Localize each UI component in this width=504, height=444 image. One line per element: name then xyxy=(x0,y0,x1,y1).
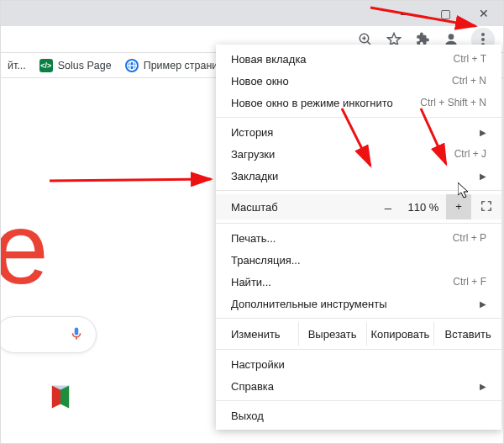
svg-line-18 xyxy=(50,179,211,181)
menu-downloads[interactable]: Загрузки Ctrl + J xyxy=(216,143,501,165)
menu-incognito[interactable]: Новое окно в режиме инкогнито Ctrl + Shi… xyxy=(216,92,501,114)
favicon-icon xyxy=(125,59,139,72)
menu-help[interactable]: Справка ▶ xyxy=(216,375,501,397)
edit-label: Изменить xyxy=(216,322,299,346)
svg-point-6 xyxy=(481,33,485,36)
svg-line-1 xyxy=(367,41,370,45)
maximize-button[interactable]: ▢ xyxy=(426,1,465,26)
google-logo-fragment: e xyxy=(0,190,49,306)
submenu-arrow-icon: ▶ xyxy=(480,128,486,137)
cursor-icon xyxy=(458,182,471,199)
submenu-arrow-icon: ▶ xyxy=(480,299,486,309)
menu-separator xyxy=(216,223,501,224)
minimize-button[interactable]: — xyxy=(387,1,426,26)
bookmark-label: йт... xyxy=(8,60,26,71)
menu-edit-row: Изменить Вырезать Копировать Вставить xyxy=(216,322,501,346)
menu-exit[interactable]: Выход xyxy=(216,404,501,426)
browser-main-menu: Новая вкладка Ctrl + T Новое окно Ctrl +… xyxy=(216,45,501,430)
submenu-arrow-icon: ▶ xyxy=(480,172,486,181)
svg-marker-4 xyxy=(388,33,401,45)
menu-separator xyxy=(216,400,501,401)
bookmark-label: Solus Page xyxy=(58,60,112,71)
menu-print[interactable]: Печать... Ctrl + P xyxy=(216,227,501,249)
favicon-icon: </> xyxy=(39,59,53,72)
zoom-value: 110 % xyxy=(401,201,446,214)
app-shortcut-icon[interactable] xyxy=(46,383,75,411)
menu-settings[interactable]: Настройки xyxy=(216,353,501,375)
menu-separator xyxy=(216,117,501,118)
voice-search-icon[interactable] xyxy=(69,326,84,344)
fullscreen-button[interactable] xyxy=(471,200,501,214)
bookmark-item-truncated[interactable]: йт... xyxy=(8,60,26,71)
edit-cut[interactable]: Вырезать xyxy=(299,322,367,346)
menu-separator xyxy=(216,318,501,319)
window-controls: — ▢ ✕ xyxy=(387,1,503,26)
close-button[interactable]: ✕ xyxy=(465,1,503,26)
menu-more-tools[interactable]: Дополнительные инструменты ▶ xyxy=(216,293,501,314)
zoom-label: Масштаб xyxy=(216,201,293,214)
svg-point-5 xyxy=(449,34,454,40)
svg-point-7 xyxy=(481,38,485,41)
menu-new-tab[interactable]: Новая вкладка Ctrl + T xyxy=(216,48,501,70)
bookmark-item-solus[interactable]: </> Solus Page xyxy=(39,59,112,72)
zoom-out-button[interactable]: – xyxy=(375,200,401,214)
search-box[interactable] xyxy=(0,316,97,353)
menu-find[interactable]: Найти... Ctrl + F xyxy=(216,271,501,293)
menu-new-window[interactable]: Новое окно Ctrl + N xyxy=(216,70,501,92)
menu-cast[interactable]: Трансляция... xyxy=(216,249,501,271)
submenu-arrow-icon: ▶ xyxy=(480,382,486,391)
edit-paste[interactable]: Вставить xyxy=(434,322,501,346)
menu-history[interactable]: История ▶ xyxy=(216,121,501,143)
menu-separator xyxy=(216,349,501,350)
edit-copy[interactable]: Копировать xyxy=(367,322,435,346)
